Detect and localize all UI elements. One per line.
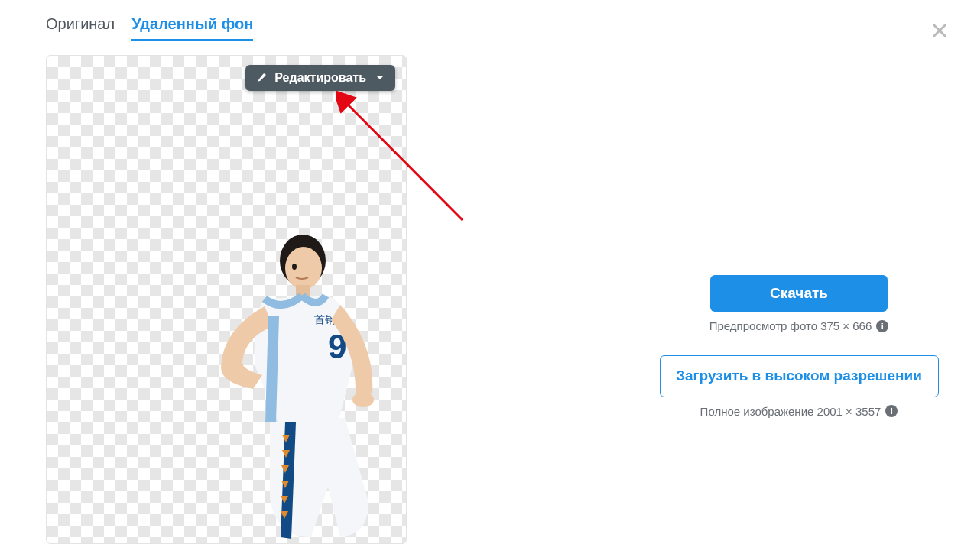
result-image: 9 首钢 [138, 230, 398, 543]
full-size-caption: Полное изображение 2001 × 3557 i [700, 405, 898, 418]
tab-original[interactable]: Оригинал [46, 15, 115, 41]
edit-button-label: Редактировать [274, 71, 366, 85]
svg-point-2 [292, 264, 297, 270]
close-icon [931, 22, 948, 39]
chevron-down-icon [375, 73, 385, 83]
edit-button[interactable]: Редактировать [245, 65, 395, 91]
svg-point-7 [352, 392, 374, 407]
svg-point-3 [311, 264, 320, 276]
info-icon[interactable]: i [876, 320, 888, 332]
tabs: Оригинал Удаленный фон [46, 15, 928, 41]
brush-icon [256, 72, 268, 84]
full-size-text: Полное изображение 2001 × 3557 [700, 405, 881, 418]
info-icon[interactable]: i [885, 405, 898, 417]
download-hires-button[interactable]: Загрузить в высоком разрешении [660, 355, 939, 397]
preview-size-text: Предпросмотр фото 375 × 666 [709, 319, 872, 332]
download-panel: Скачать Предпросмотр фото 375 × 666 i За… [657, 275, 940, 433]
preview-size-caption: Предпросмотр фото 375 × 666 i [709, 319, 889, 332]
tab-removed-background[interactable]: Удаленный фон [131, 15, 253, 41]
close-button[interactable] [928, 19, 951, 42]
image-preview: Редактировать 9 [46, 55, 407, 544]
download-button[interactable]: Скачать [710, 275, 888, 312]
